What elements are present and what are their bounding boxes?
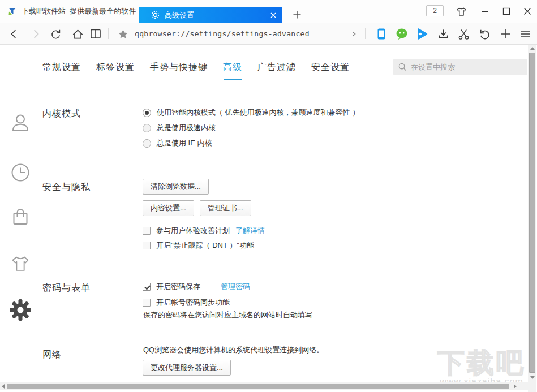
watermark: 下载吧 www.xiazaiba.com: [433, 347, 530, 387]
skin-shirt-icon[interactable]: [10, 253, 31, 274]
settings-search-input[interactable]: [411, 63, 513, 71]
radio-always-ie-kernel[interactable]: [143, 139, 151, 148]
app-store-bag-icon[interactable]: [9, 206, 32, 229]
checkbox-row[interactable]: 开启帐号密码同步功能: [143, 298, 230, 308]
tab-title: 下载吧软件站_提供最新最全的软件下载: [22, 6, 139, 16]
download-icon[interactable]: [436, 27, 450, 41]
download-count-badge[interactable]: 2: [426, 5, 444, 16]
network-proxy-note: QQ浏览器会使用您计算机的系统代理设置连接到网络。: [143, 345, 324, 355]
home-icon[interactable]: [70, 27, 85, 41]
radio-label: 总是使用 IE 内核: [157, 138, 212, 148]
video-play-icon[interactable]: [415, 27, 429, 41]
reading-list-icon[interactable]: [88, 27, 103, 41]
clear-browsing-data-button[interactable]: 清除浏览数据...: [143, 179, 209, 195]
tab-advanced[interactable]: 高级: [223, 62, 242, 76]
minimize-button[interactable]: [477, 3, 493, 19]
scroll-up-arrow-icon[interactable]: [530, 47, 535, 50]
add-plus-icon[interactable]: [498, 27, 513, 41]
history-clock-icon[interactable]: [10, 162, 31, 183]
browser-tab-active[interactable]: 高级设置: [139, 7, 282, 23]
refresh-icon[interactable]: [49, 27, 63, 41]
search-icon: [398, 63, 407, 71]
horizontal-scrollbar-thumb[interactable]: [7, 384, 509, 389]
wechat-chat-icon[interactable]: [394, 27, 409, 41]
tab-close-icon[interactable]: [270, 12, 276, 18]
checkbox-label: 开启密码保存: [156, 282, 200, 292]
radio-label: 使用智能内核模式（ 优先使用极速内核，兼顾速度和兼容性 ）: [157, 107, 359, 118]
radio-row[interactable]: 使用智能内核模式（ 优先使用极速内核，兼顾速度和兼容性 ）: [143, 107, 359, 118]
settings-gear-icon[interactable]: [8, 298, 32, 322]
user-profile-icon[interactable]: [9, 112, 32, 135]
checkbox-row[interactable]: 参与用户体验改善计划 了解详情: [143, 226, 265, 236]
settings-gear-icon: [151, 11, 160, 19]
vertical-scrollbar[interactable]: [528, 45, 536, 392]
back-icon[interactable]: [7, 27, 22, 41]
checkbox-ux-improvement[interactable]: [143, 227, 151, 235]
checkbox-save-passwords[interactable]: [143, 283, 151, 291]
settings-nav: 常规设置 标签设置 手势与快捷键 高级 广告过滤 安全设置: [42, 62, 350, 76]
tab-ad-filter[interactable]: 广告过滤: [257, 62, 296, 76]
section-label-security-privacy: 安全与隐私: [42, 182, 91, 193]
tab-security-settings[interactable]: 安全设置: [311, 62, 350, 76]
undo-icon[interactable]: [477, 27, 492, 41]
screenshot-scissors-icon[interactable]: [456, 27, 471, 41]
tab-gestures-shortcuts[interactable]: 手势与快捷键: [150, 62, 208, 76]
change-proxy-settings-button[interactable]: 更改代理服务器设置...: [143, 360, 231, 376]
manage-passwords-link[interactable]: 管理密码: [221, 282, 250, 292]
settings-search[interactable]: [393, 59, 527, 75]
tab-bar: 下载吧软件站_提供最新最全的软件下载 高级设置 2: [0, 0, 537, 23]
radio-row[interactable]: 总是使用极速内核: [143, 123, 216, 133]
mobile-phone-icon[interactable]: [374, 27, 389, 41]
section-label-kernel-mode: 内核模式: [42, 108, 81, 120]
checkbox-label: 参与用户体验改善计划: [156, 226, 230, 236]
horizontal-scrollbar[interactable]: [0, 382, 528, 390]
radio-label: 总是使用极速内核: [157, 123, 216, 133]
passwords-autofill-note: 保存的密码将在您访问对应主域名的网站时自动填写: [143, 310, 312, 320]
maximize-button[interactable]: [499, 3, 514, 19]
bookmark-star-icon[interactable]: [115, 27, 130, 41]
checkbox-sync-passwords[interactable]: [143, 299, 151, 307]
toolbar-divider: [365, 28, 366, 39]
new-tab-button[interactable]: [289, 7, 305, 23]
close-button[interactable]: [519, 3, 535, 19]
checkbox-row[interactable]: 开启"禁止跟踪（ DNT ）"功能: [143, 240, 254, 251]
browser-window: 下载吧软件站_提供最新最全的软件下载 高级设置 2: [0, 0, 537, 392]
tab-general-settings[interactable]: 常规设置: [42, 62, 81, 76]
address-url[interactable]: qqbrowser://settings/settings-advanced: [135, 29, 310, 38]
checkbox-dnt[interactable]: [143, 242, 151, 249]
scroll-right-arrow-icon[interactable]: [514, 384, 517, 389]
manage-certificates-button[interactable]: 管理证书...: [200, 200, 251, 216]
skin-shirt-icon[interactable]: [453, 3, 469, 19]
vertical-scrollbar-thumb[interactable]: [529, 53, 535, 373]
forward-icon[interactable]: [28, 27, 43, 41]
content-settings-button[interactable]: 内容设置...: [143, 200, 194, 216]
section-label-passwords-forms: 密码与表单: [42, 282, 91, 294]
radio-row[interactable]: 总是使用 IE 内核: [143, 138, 212, 148]
scroll-down-arrow-icon[interactable]: [530, 376, 535, 379]
scroll-left-arrow-icon[interactable]: [2, 384, 5, 389]
toolbar-divider: [108, 28, 109, 39]
radio-smart-kernel[interactable]: [143, 109, 151, 117]
tab-title: 高级设置: [165, 10, 265, 20]
watermark-title: 下载吧: [433, 347, 530, 379]
expand-chevron-icon[interactable]: [346, 27, 361, 41]
tab-label-settings[interactable]: 标签设置: [96, 62, 135, 76]
learn-more-link[interactable]: 了解详情: [235, 226, 265, 236]
site-favicon-icon: [8, 7, 17, 16]
browser-tab-inactive[interactable]: 下载吧软件站_提供最新最全的软件下载: [8, 0, 139, 23]
section-label-network: 网络: [42, 349, 62, 361]
checkbox-row[interactable]: 开启密码保存 管理密码: [143, 282, 250, 292]
checkbox-label: 开启"禁止跟踪（ DNT ）"功能: [156, 240, 254, 251]
navigation-toolbar: qqbrowser://settings/settings-advanced: [0, 23, 537, 45]
menu-hamburger-icon[interactable]: [518, 27, 533, 41]
radio-always-fast-kernel[interactable]: [143, 124, 151, 132]
checkbox-label: 开启帐号密码同步功能: [156, 298, 230, 308]
